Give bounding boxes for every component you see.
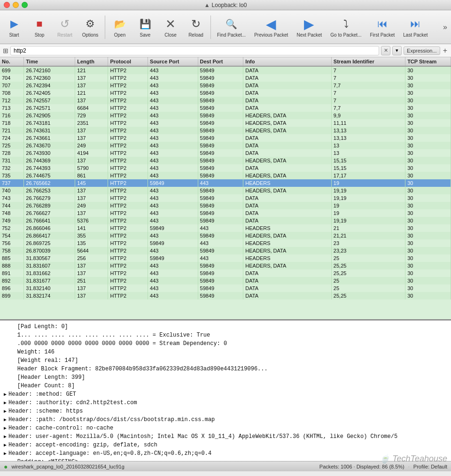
detail-expandable-line[interactable]: ▶Header: :scheme: https xyxy=(4,407,447,415)
toolbar-more-button[interactable]: » xyxy=(441,21,449,33)
header-info[interactable]: Info xyxy=(243,57,332,66)
table-row[interactable]: 71226.742557137HTTP244359849DATA730 xyxy=(0,97,451,104)
table-row[interactable]: 73126.744369137HTTP244359849HEADERS, DAT… xyxy=(0,157,451,164)
minimize-window-button[interactable] xyxy=(13,2,19,8)
table-row[interactable]: 72526.743670249HTTP244359849DATA1330 xyxy=(0,142,451,149)
table-row[interactable]: 89131.831662137HTTP244359849DATA25,2530 xyxy=(0,269,451,277)
table-row[interactable]: 70426.742360137HTTP244359849DATA730 xyxy=(0,74,451,82)
cell-tcp: 30 xyxy=(405,66,451,74)
restart-button[interactable]: ↺ Restart xyxy=(53,15,77,39)
last-packet-button[interactable]: ⏭ Last Packet xyxy=(399,15,431,39)
header-tcp[interactable]: TCP Stream xyxy=(405,57,451,66)
table-row[interactable]: 89931.832174137HTTP244359849DATA25,2530 xyxy=(0,292,451,299)
detail-expandable-line[interactable]: ▶Header: :method: GET xyxy=(4,390,447,399)
table-row[interactable]: 71826.7431812351HTTP244359849HEADERS, DA… xyxy=(0,119,451,127)
header-time[interactable]: Time xyxy=(24,57,75,66)
header-dest-port[interactable]: Dest Port xyxy=(198,57,243,66)
table-row[interactable]: 74426.766289249HTTP244359849DATA1930 xyxy=(0,202,451,209)
detail-expandable-line[interactable]: ▶Header: accept-language: en-US,en;q=0.8… xyxy=(4,449,447,458)
cell-stream: 7 xyxy=(331,97,405,104)
header-stream[interactable]: Stream Identifier xyxy=(331,57,405,66)
cell-len: 137 xyxy=(75,74,108,82)
save-button[interactable]: 💾 Save xyxy=(133,15,157,39)
filter-dropdown-button[interactable]: ▾ xyxy=(392,46,402,55)
table-row[interactable]: 72426.743661137HTTP244359849DATA13,1330 xyxy=(0,134,451,142)
app-icon: ▲ xyxy=(204,2,210,8)
table-row[interactable]: 75426.866417355HTTP244359849HEADERS, DAT… xyxy=(0,232,451,239)
close-capture-button[interactable]: ✕ Close xyxy=(158,15,183,39)
close-window-button[interactable] xyxy=(4,2,10,8)
cell-proto: HTTP2 xyxy=(108,74,148,82)
open-button[interactable]: 📂 Open xyxy=(108,15,132,39)
table-row[interactable]: 71326.7425716684HTTP244359849DATA7,730 xyxy=(0,104,451,112)
table-row[interactable]: 70826.742405121HTTP244359849DATA730 xyxy=(0,89,451,97)
cell-time: 26.766627 xyxy=(24,209,75,217)
cell-dport: 59849 xyxy=(198,142,243,149)
goto-packet-button[interactable]: ⤵ Go to Packet... xyxy=(327,15,365,39)
cell-tcp: 30 xyxy=(405,164,451,172)
cell-dport: 59849 xyxy=(198,202,243,209)
status-sep: · xyxy=(408,464,410,469)
table-row[interactable]: 74026.766253137HTTP244359849HEADERS, DAT… xyxy=(0,187,451,194)
save-label: Save xyxy=(140,32,151,38)
cell-time: 26.766253 xyxy=(24,187,75,194)
cell-len: 137 xyxy=(75,269,108,277)
filter-input[interactable] xyxy=(10,46,379,55)
start-button[interactable]: ▶ Start xyxy=(2,15,26,39)
cell-len: 6684 xyxy=(75,104,108,112)
cell-len: 137 xyxy=(75,292,108,299)
detail-expandable-line[interactable]: ▶Header: :path: /bootstrap/docs/dist/css… xyxy=(4,415,447,424)
cell-tcp: 30 xyxy=(405,97,451,104)
detail-expandable-line[interactable]: ▶Header: :authority: cdn2.http2test.com xyxy=(4,399,447,407)
table-row[interactable]: 89631.832140137HTTP244359849DATA2530 xyxy=(0,284,451,292)
stop-button[interactable]: ■ Stop xyxy=(27,15,52,39)
table-row[interactable]: 69926.742160121HTTP244359849DATA730 xyxy=(0,66,451,74)
detail-expandable-line[interactable]: ▶Header: user-agent: Mozilla/5.0 (Macint… xyxy=(4,432,447,441)
add-filter-button[interactable]: + xyxy=(442,46,448,55)
detail-expandable-text: Header: :scheme: https xyxy=(8,407,83,415)
header-source-port[interactable]: Source Port xyxy=(148,57,198,66)
table-row[interactable]: 88831.831607137HTTP244359849HEADERS, DAT… xyxy=(0,262,451,269)
table-row[interactable]: 73526.744675861HTTP244359849HEADERS, DAT… xyxy=(0,172,451,179)
cell-dport: 59849 xyxy=(198,74,243,82)
table-row[interactable]: 72126.743631137HTTP244359849HEADERS, DAT… xyxy=(0,127,451,134)
table-row[interactable]: 88531.830567256HTTP259849443HEADERS2530 xyxy=(0,254,451,262)
options-button[interactable]: ⚙ Options xyxy=(78,15,102,39)
detail-expandable-text: Header: accept-language: en-US,en;q=0.8,… xyxy=(8,449,211,458)
table-row[interactable]: 74926.7666415376HTTP244359849DATA19,1930 xyxy=(0,217,451,224)
table-row[interactable]: 71626.742905729HTTP244359849HEADERS, DAT… xyxy=(0,112,451,119)
cell-sport: 443 xyxy=(148,142,198,149)
table-row[interactable]: 73226.7443935790HTTP244359849DATA15,1530 xyxy=(0,164,451,172)
table-row[interactable]: 75826.8700395644HTTP244359849HEADERS, DA… xyxy=(0,247,451,254)
stop-icon: ■ xyxy=(32,16,47,31)
goto-packet-label: Go to Packet... xyxy=(330,32,361,38)
maximize-window-button[interactable] xyxy=(22,2,28,8)
cell-dport: 59849 xyxy=(198,134,243,142)
table-row[interactable]: 70726.742394137HTTP244359849DATA7,730 xyxy=(0,82,451,89)
next-packet-button[interactable]: ▶ Next Packet xyxy=(293,15,326,39)
previous-packet-button[interactable]: ◀ Previous Packet xyxy=(250,15,292,39)
cell-info: HEADERS, DATA xyxy=(243,172,332,179)
first-packet-button[interactable]: ⏮ First Packet xyxy=(366,15,398,39)
table-row[interactable]: 73726.765662145HTTP259849443HEADERS1930 xyxy=(0,179,451,187)
close-capture-label: Close xyxy=(164,32,177,38)
table-row[interactable]: 74826.766627137HTTP244359849DATA1930 xyxy=(0,209,451,217)
cell-dport: 59849 xyxy=(198,217,243,224)
header-protocol[interactable]: Protocol xyxy=(108,57,148,66)
previous-packet-label: Previous Packet xyxy=(254,32,288,38)
filter-clear-button[interactable]: ✕ xyxy=(381,46,390,55)
table-row[interactable]: 75226.866046141HTTP259849443HEADERS2130 xyxy=(0,224,451,232)
table-row[interactable]: 89231.831677251HTTP244359849DATA2530 xyxy=(0,277,451,284)
header-length[interactable]: Length xyxy=(75,57,108,66)
expression-button[interactable]: Expression... xyxy=(404,46,440,55)
table-row[interactable]: 74326.766279137HTTP244359849DATA19,1930 xyxy=(0,194,451,202)
cell-stream: 7 xyxy=(331,74,405,82)
cell-stream: 19 xyxy=(331,202,405,209)
header-no[interactable]: No. xyxy=(0,57,24,66)
detail-expandable-line[interactable]: ▶Header: accept-encoding: gzip, deflate,… xyxy=(4,441,447,449)
reload-button[interactable]: ↻ Reload xyxy=(184,15,208,39)
detail-expandable-line[interactable]: ▶Header: cache-control: no-cache xyxy=(4,424,447,432)
table-row[interactable]: 75626.869725135HTTP259849443HEADERS2330 xyxy=(0,239,451,247)
find-packet-button[interactable]: 🔍 Find Packet... xyxy=(213,15,249,39)
table-row[interactable]: 72826.7439304194HTTP244359849DATA1330 xyxy=(0,149,451,157)
